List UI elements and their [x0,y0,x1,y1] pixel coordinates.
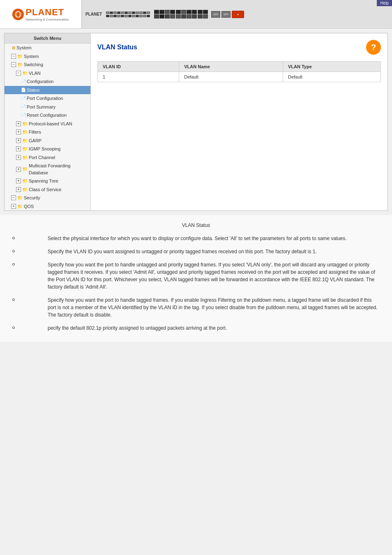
sidebar-item-cos[interactable]: + 📁 Class of Service [5,185,90,194]
switch-port [198,10,203,14]
sidebar-item-filters[interactable]: + 📁 Filters [5,128,90,136]
switch-port [165,10,170,14]
switching-folder-icon: 📁 [17,61,23,68]
main-layout: Switch Menu 🖥 System − 📁 System − 📁 Swit… [4,33,388,211]
expander-filters[interactable]: + [16,130,21,134]
sidebar-item-garp[interactable]: + 📁 GARP [5,136,90,145]
list-item: pecify the default 802.1p priority assig… [12,324,380,332]
igmp-folder-icon: 📁 [22,146,28,153]
list-item: Specify the VLAN ID you want assigned to… [12,248,380,255]
list-item: Select the physical interface for which … [12,235,380,242]
expander-port-channel[interactable]: + [16,155,21,160]
port-block [136,12,139,14]
switch-port [192,10,197,14]
extra-ports: SFP SFP ● [211,11,244,18]
switch-port [154,10,159,14]
cell-vlan-name: Default [179,72,283,82]
port-block [125,15,128,17]
expander-protocol[interactable]: + [16,121,21,126]
switch-port [165,14,170,18]
sidebar-item-port-channel[interactable]: + 📁 Port Channel [5,153,90,162]
spanning-tree-folder-icon: 📁 [22,178,28,185]
doc-icon-port-summary: 📄 [21,104,26,110]
expander-garp[interactable]: + [16,138,21,143]
content-area: VLAN Status ? VLAN ID VLAN Name VLAN Typ… [91,33,387,210]
sidebar-item-spanning-tree[interactable]: + 📁 Spanning Tree [5,177,90,185]
bottom-content: VLAN Status Select the physical interfac… [0,215,392,342]
doc-icon-config: 📄 [21,79,26,85]
doc-icon-port-config: 📄 [21,95,26,102]
top-banner: Help PLANET Networking & Communication P… [0,0,392,29]
sidebar-item-port-summary[interactable]: 📄 Port Summary [5,103,90,111]
switch-port [170,10,175,14]
planet-logo-icon [12,9,24,20]
expander-security[interactable]: − [11,195,16,200]
sidebar-item-switching[interactable]: − 📁 Switching [5,60,90,69]
port-block [128,12,131,14]
sidebar-title: Switch Menu [5,33,90,44]
bullet-text: Select the physical interface for which … [48,235,380,242]
expander-vlan[interactable]: − [16,71,21,76]
bullet-dot [12,326,15,329]
expander-qos[interactable]: + [11,204,16,209]
expander-spanning-tree[interactable]: + [16,178,21,183]
port-group [176,10,197,18]
expander-switching[interactable]: − [11,62,16,67]
doc-icon-reset: 📄 [21,112,26,118]
col-vlan-name: VLAN Name [179,62,283,72]
sidebar-item-configuration[interactable]: 📄 Configuration [5,77,90,86]
switch-port [198,14,203,18]
sidebar-item-protocol-vlan[interactable]: + 📁 Protocol-based VLAN [5,120,90,128]
sidebar-item-multicast[interactable]: + 📁 Multicast Forwarding Database [5,162,90,177]
switch-port [187,14,191,18]
sidebar-item-system-icon[interactable]: 🖥 System [5,44,90,52]
port-block [110,12,113,14]
port-block [121,15,124,17]
protocol-folder-icon: 📁 [22,120,28,127]
sidebar-item-igmp[interactable]: + 📁 IGMP Snooping [5,145,90,153]
switch-port [203,14,208,18]
switch-port [154,14,159,18]
col-vlan-type: VLAN Type [283,62,380,72]
help-circle-button[interactable]: ? [366,40,381,55]
switch-port [176,14,181,18]
col-vlan-id: VLAN ID [98,62,179,72]
port-block [106,12,109,14]
port-block [132,15,135,17]
sidebar-item-port-config[interactable]: 📄 Port Configuration [5,94,90,103]
sidebar-item-reset-config[interactable]: 📄 Reset Configuration [5,111,90,120]
help-button[interactable]: Help [377,0,392,6]
port-block [143,12,146,14]
bullet-dot [12,250,15,252]
sidebar-item-security[interactable]: − 📁 Security [5,194,90,202]
port-block [125,12,128,14]
logo-section: PLANET Networking & Communication [0,0,82,28]
port-block [113,12,117,14]
port-block [139,12,143,14]
bottom-section-title: VLAN Status [12,222,380,228]
expander-cos[interactable]: + [16,187,21,192]
folder-icon: 📁 [17,53,23,60]
sfp-port: SFP [211,11,220,18]
switch-port [170,14,175,18]
port-block [117,15,120,17]
filters-folder-icon: 📁 [22,129,28,136]
expander-igmp[interactable]: + [16,146,21,151]
sidebar-item-qos[interactable]: + 📁 QOS [5,202,90,211]
sidebar-item-vlan[interactable]: − 📁 VLAN [5,69,90,78]
sidebar-item-system[interactable]: − 📁 System [5,52,90,61]
multicast-folder-icon: 📁 [22,166,28,173]
console-button[interactable]: ● [232,11,244,18]
port-block [128,15,131,17]
port-channel-folder-icon: 📁 [22,154,28,161]
vlan-table: VLAN ID VLAN Name VLAN Type 1 Default De… [97,61,381,82]
expander-system[interactable]: − [11,54,16,59]
sidebar-item-status[interactable]: 📄 Status [5,86,90,95]
ports-visual [106,12,150,17]
expander-multicast[interactable]: + [16,167,21,172]
logo-text: PLANET [25,7,69,18]
cos-folder-icon: 📁 [22,186,28,193]
cell-vlan-type: Default [283,72,380,82]
bullet-text: Specify how you want the port to handle … [48,296,380,319]
cell-vlan-id: 1 [98,72,179,82]
